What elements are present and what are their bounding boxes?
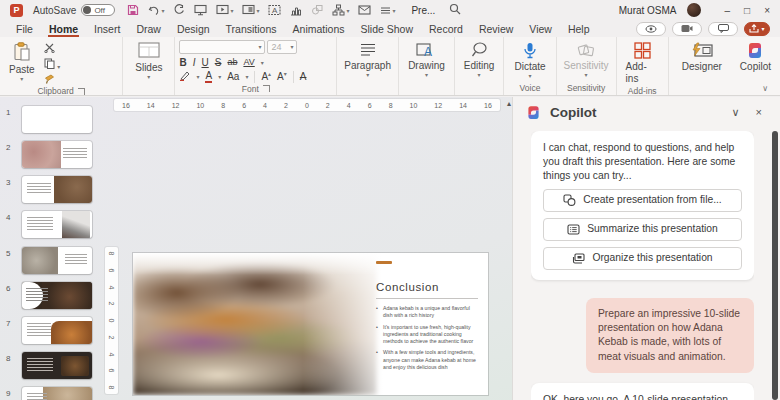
tab-design[interactable]: Design: [169, 20, 218, 37]
save-button[interactable]: [127, 4, 139, 16]
account-name[interactable]: Murat OSMA: [619, 5, 677, 16]
organize-presentation-button[interactable]: Organize this presentation: [543, 247, 742, 270]
chevron-down-icon: ▾: [366, 72, 369, 78]
character-spacing-button[interactable]: AV: [243, 58, 254, 68]
slide-thumbnail-9[interactable]: [22, 387, 92, 400]
scrollbar-up-icon[interactable]: ▴: [507, 99, 511, 108]
pane-collapse-icon[interactable]: ∨: [728, 106, 744, 119]
format-painter-button[interactable]: [44, 74, 61, 86]
slide-thumbnail-4[interactable]: [22, 211, 92, 238]
italic-button[interactable]: I: [193, 57, 196, 68]
tab-transitions[interactable]: Transitions: [218, 20, 285, 37]
slide-thumbnail-8[interactable]: [22, 352, 92, 379]
insert-chart-button[interactable]: [290, 4, 302, 16]
clear-formatting-button[interactable]: A: [300, 71, 307, 82]
tab-help[interactable]: Help: [560, 20, 598, 37]
dialog-launcher-icon[interactable]: [78, 88, 85, 95]
slide-thumbnail-7[interactable]: [22, 317, 92, 344]
maximize-button[interactable]: □: [744, 5, 750, 16]
grow-font-button[interactable]: A▴: [261, 71, 271, 82]
slide-text-block[interactable]: Conclusion Adana kebab is a unique and f…: [376, 261, 478, 375]
slide-thumbnail-3[interactable]: [22, 176, 92, 203]
share-button[interactable]: ▾: [744, 22, 770, 36]
slide-thumbnail-6[interactable]: [22, 282, 92, 309]
redo-button[interactable]: [173, 4, 185, 16]
addins-button[interactable]: Add-ins: [621, 40, 664, 86]
tab-insert[interactable]: Insert: [86, 20, 128, 37]
chevron-down-icon: ▾: [230, 7, 233, 14]
autosave-state: Off: [94, 6, 105, 15]
paste-button[interactable]: Paste▾: [4, 40, 40, 84]
avatar[interactable]: [687, 3, 701, 17]
chevron-down-icon: ▾: [256, 7, 259, 14]
sensitivity-button-disabled: Sensitivity▾: [559, 40, 614, 80]
slide-thumbnail-2[interactable]: [22, 141, 92, 168]
paragraph-button[interactable]: Paragraph▾: [339, 40, 396, 80]
double-strikethrough-button[interactable]: ab: [227, 58, 237, 68]
designer-button[interactable]: Designer: [677, 40, 727, 75]
presenter-coach-button[interactable]: [636, 22, 666, 36]
autosave-toggle[interactable]: Off: [81, 4, 115, 16]
present-from-beginning-button[interactable]: [194, 4, 207, 16]
dictate-button[interactable]: Dictate▾: [509, 40, 550, 81]
cut-button[interactable]: [44, 43, 61, 55]
copilot-pane-title: Copilot: [550, 105, 720, 120]
font-name-combo[interactable]: ▾: [179, 40, 265, 54]
underline-button[interactable]: U: [201, 57, 208, 68]
create-presentation-button[interactable]: Create presentation from file...: [543, 189, 742, 212]
dictate-label: Dictate: [514, 61, 545, 73]
close-button[interactable]: ×: [764, 5, 770, 16]
strikethrough-button[interactable]: S: [215, 57, 222, 68]
customize-qat-button[interactable]: ▾: [380, 6, 395, 15]
pane-close-icon[interactable]: ×: [752, 106, 766, 118]
summarize-presentation-button[interactable]: Summarize this presentation: [543, 218, 742, 241]
shrink-font-button[interactable]: A▾: [277, 71, 287, 82]
document-title[interactable]: Pre...: [411, 5, 435, 16]
display-settings-button[interactable]: ▾: [242, 4, 259, 16]
flowchart-button[interactable]: ▾: [332, 4, 349, 16]
bold-button[interactable]: B: [179, 57, 186, 68]
copilot-chat-area: I can chat, respond to questions, and he…: [531, 131, 754, 400]
minimize-button[interactable]: –: [725, 5, 731, 16]
undo-button[interactable]: ▾: [148, 5, 164, 16]
text-highlight-button[interactable]: [179, 70, 190, 83]
slide-thumbnail-5[interactable]: [22, 247, 92, 274]
powerpoint-logo-icon: P: [10, 4, 23, 17]
editing-button[interactable]: Editing▾: [459, 40, 500, 80]
email-button[interactable]: [358, 5, 371, 15]
slide-thumbnail-1[interactable]: [22, 106, 92, 133]
search-icon[interactable]: [449, 3, 461, 17]
autosave-control[interactable]: AutoSave Off: [33, 4, 115, 16]
tab-view[interactable]: View: [521, 20, 560, 37]
slide-bullets[interactable]: Adana kebab is a unique and flavorful di…: [376, 305, 478, 371]
tab-file[interactable]: File: [8, 20, 41, 37]
font-size-combo[interactable]: 24▾: [267, 40, 297, 54]
copilot-button[interactable]: Copilot: [735, 40, 776, 75]
slide-number: 6: [6, 284, 10, 293]
tab-slide-show[interactable]: Slide Show: [353, 20, 422, 37]
bullet-item: With a few simple tools and ingredients,…: [376, 349, 478, 371]
font-color-button[interactable]: A: [205, 71, 212, 83]
pane-scrollbar[interactable]: [772, 131, 778, 400]
voice-group-label: Voice: [520, 83, 541, 93]
dialog-launcher-icon[interactable]: [263, 85, 270, 92]
tab-home[interactable]: Home: [41, 20, 86, 37]
tab-draw[interactable]: Draw: [128, 20, 169, 37]
tab-animations[interactable]: Animations: [285, 20, 353, 37]
slide-number: 8: [6, 354, 10, 363]
slide-canvas[interactable]: Conclusion Adana kebab is a unique and f…: [133, 253, 488, 395]
copilot-pane: Copilot ∨ × I can chat, respond to quest…: [512, 97, 780, 400]
copy-button[interactable]: ▾: [44, 58, 61, 71]
cameo-button[interactable]: [672, 22, 702, 36]
change-case-button[interactable]: Aa: [227, 71, 239, 82]
tab-record[interactable]: Record: [421, 20, 471, 37]
collapse-ribbon-icon[interactable]: ∨: [762, 84, 768, 93]
slide-title[interactable]: Conclusion: [376, 281, 478, 293]
text-box-button[interactable]: A: [268, 4, 281, 16]
new-slide-button[interactable]: Slides▾: [130, 40, 167, 82]
tab-review[interactable]: Review: [471, 20, 521, 37]
chevron-down-icon: ▾: [346, 7, 349, 14]
slideshow-button[interactable]: ▾: [216, 4, 233, 16]
comments-button[interactable]: [708, 22, 738, 36]
drawing-button[interactable]: A Drawing▾: [403, 40, 450, 80]
